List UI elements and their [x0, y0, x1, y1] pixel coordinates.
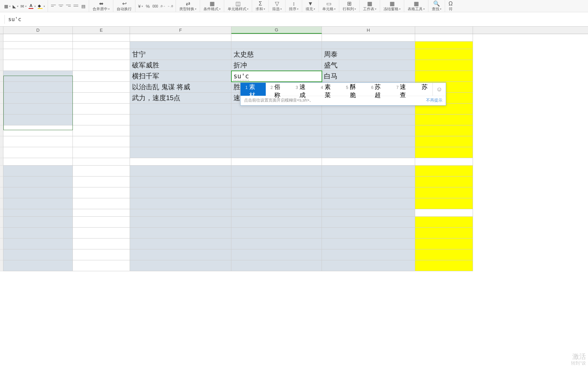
- ime-candidate-4[interactable]: 4素菜: [316, 83, 341, 96]
- cell-format-button[interactable]: ▭ 单元格▾: [319, 0, 339, 12]
- cell[interactable]: [130, 166, 231, 177]
- formula-input[interactable]: su'c: [5, 15, 588, 24]
- border-icon[interactable]: ▦▾: [4, 3, 11, 9]
- cell[interactable]: [73, 42, 130, 49]
- cell[interactable]: [130, 104, 231, 114]
- cell[interactable]: [73, 228, 130, 239]
- indent-icon[interactable]: ▤: [81, 3, 86, 9]
- cell[interactable]: [73, 136, 130, 147]
- cell[interactable]: [3, 71, 73, 82]
- cell[interactable]: [231, 166, 322, 177]
- cell[interactable]: [415, 177, 473, 187]
- cell[interactable]: [322, 209, 415, 217]
- cell[interactable]: [415, 217, 473, 228]
- table-tools-button[interactable]: ▦ 表格工具▾: [404, 0, 428, 12]
- thousands-icon[interactable]: 000: [152, 3, 158, 9]
- cell[interactable]: [415, 166, 473, 177]
- cell[interactable]: 破军威胜: [130, 60, 231, 71]
- cell[interactable]: [73, 60, 130, 71]
- cell[interactable]: [415, 49, 473, 60]
- sort-button[interactable]: ↕ 排序▾: [285, 0, 302, 12]
- cell[interactable]: [322, 125, 415, 136]
- cell[interactable]: [231, 34, 322, 42]
- cell[interactable]: [73, 166, 130, 177]
- cell[interactable]: [130, 125, 231, 136]
- cell[interactable]: [231, 42, 322, 49]
- cell[interactable]: [415, 125, 473, 136]
- align-right-icon[interactable]: [66, 3, 71, 9]
- ime-candidate-2[interactable]: 2俗称: [266, 83, 291, 96]
- conditional-format-button[interactable]: ▦ 条件格式▾: [200, 0, 224, 12]
- cell[interactable]: [130, 260, 231, 271]
- cell[interactable]: [231, 125, 322, 136]
- cell[interactable]: 武力，速度15点: [130, 93, 231, 104]
- cell[interactable]: [415, 198, 473, 209]
- cell[interactable]: [322, 198, 415, 209]
- cell[interactable]: [130, 209, 231, 217]
- cell[interactable]: [73, 158, 130, 166]
- cell[interactable]: [322, 34, 415, 42]
- rowcol-button[interactable]: ⊞ 行和列▾: [339, 0, 360, 12]
- cell[interactable]: [231, 198, 322, 209]
- cell[interactable]: [130, 198, 231, 209]
- cell[interactable]: [3, 34, 73, 42]
- cell[interactable]: [130, 147, 231, 158]
- cell[interactable]: [231, 239, 322, 249]
- align-justify-icon[interactable]: [73, 3, 79, 9]
- cell[interactable]: [322, 136, 415, 147]
- cell[interactable]: [322, 187, 415, 198]
- currency-icon[interactable]: ¥▾: [138, 3, 143, 9]
- ime-candidate-7[interactable]: 7速查: [392, 83, 417, 96]
- cell[interactable]: [73, 239, 130, 249]
- col-header-i[interactable]: [415, 27, 473, 34]
- cell[interactable]: [3, 217, 73, 228]
- cell[interactable]: [322, 228, 415, 239]
- ime-dismiss-link[interactable]: 不再提示: [426, 97, 442, 103]
- cell[interactable]: [73, 177, 130, 187]
- cell[interactable]: 横扫千军: [130, 71, 231, 82]
- emoji-icon[interactable]: ☺: [432, 83, 446, 96]
- cell[interactable]: [415, 34, 473, 42]
- cell[interactable]: [231, 249, 322, 260]
- ime-candidate-5[interactable]: 5酥脆: [341, 83, 366, 96]
- merge-center-button[interactable]: ⬌ 合并居中▾: [89, 0, 113, 12]
- envelope-icon[interactable]: ✉▾: [20, 3, 27, 9]
- cell[interactable]: [130, 249, 231, 260]
- increase-decimal-icon[interactable]: .0→: [160, 3, 165, 9]
- find-button[interactable]: 🔍 查找▾: [428, 0, 445, 12]
- decrease-decimal-icon[interactable]: ←.0: [167, 3, 173, 9]
- cell[interactable]: [322, 217, 415, 228]
- cell[interactable]: [322, 42, 415, 49]
- align-left-icon[interactable]: [51, 3, 56, 9]
- cell[interactable]: [73, 217, 130, 228]
- cell[interactable]: [415, 114, 473, 125]
- cell[interactable]: [322, 158, 415, 166]
- cell[interactable]: [3, 187, 73, 198]
- cell[interactable]: [3, 125, 73, 136]
- cell[interactable]: [415, 249, 473, 260]
- fill-button[interactable]: ▼ 填充▾: [302, 0, 319, 12]
- ime-candidate-1[interactable]: 1素材: [241, 83, 266, 96]
- cell[interactable]: [231, 228, 322, 239]
- col-header-e[interactable]: E: [73, 27, 130, 34]
- cell[interactable]: [3, 114, 73, 125]
- cell[interactable]: [3, 166, 73, 177]
- cell[interactable]: [415, 42, 473, 49]
- cell[interactable]: [73, 125, 130, 136]
- cell[interactable]: [3, 249, 73, 260]
- align-center-icon[interactable]: [58, 3, 64, 9]
- col-header-h[interactable]: H: [322, 27, 415, 34]
- cell[interactable]: [73, 71, 130, 82]
- cell[interactable]: [3, 198, 73, 209]
- cell[interactable]: [231, 147, 322, 158]
- sum-button[interactable]: Σ 求和▾: [252, 0, 269, 12]
- cell[interactable]: [322, 260, 415, 271]
- cell[interactable]: 以治击乱 鬼谋 将威: [130, 82, 231, 93]
- ime-hint-text[interactable]: 点击前往设置页面开启模糊音<s,sh>。: [244, 97, 313, 103]
- freeze-panes-button[interactable]: ▦ 冻结窗格▾: [380, 0, 404, 12]
- col-header-g[interactable]: G: [231, 27, 322, 34]
- cell[interactable]: [415, 239, 473, 249]
- cell[interactable]: 折冲: [231, 60, 322, 71]
- cell[interactable]: [415, 187, 473, 198]
- cell[interactable]: [322, 114, 415, 125]
